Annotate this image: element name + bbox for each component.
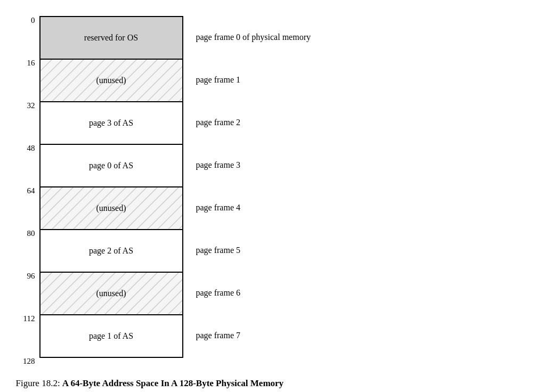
memory-block-2: page 3 of AS (40, 102, 182, 145)
y-label-96: 96 (27, 272, 36, 314)
memory-block-label-6: (unused) (96, 289, 126, 298)
y-axis: 0163248648096112128 (16, 16, 36, 368)
frame-label-0: page frame 0 of physical memory (196, 16, 345, 59)
frame-label-2: page frame 2 (196, 101, 345, 144)
memory-block-7: page 1 of AS (40, 315, 182, 358)
frame-label-1: page frame 1 (196, 59, 345, 101)
memory-block-label-7: page 1 of AS (89, 331, 133, 341)
memory-blocks: reserved for OS(unused)page 3 of ASpage … (39, 16, 183, 358)
caption-prefix: Figure 18.2: (16, 378, 62, 388)
memory-block-1: (unused) (40, 60, 182, 102)
y-label-112: 112 (23, 314, 36, 357)
frame-label-3: page frame 3 (196, 144, 345, 186)
memory-block-6: (unused) (40, 273, 182, 315)
diagram-body: 0163248648096112128 reserved for OS(unus… (16, 16, 345, 368)
memory-block-label-5: page 2 of AS (89, 246, 133, 256)
memory-block-label-0: reserved for OS (84, 33, 138, 43)
memory-block-0: reserved for OS (40, 17, 182, 60)
y-label-64: 64 (27, 186, 36, 229)
frame-label-7: page frame 7 (196, 314, 345, 357)
memory-block-label-4: (unused) (96, 203, 126, 213)
frame-labels-column: page frame 0 of physical memorypage fram… (196, 16, 345, 357)
caption-bold: A 64-Byte Address Space In A 128-Byte Ph… (62, 378, 283, 388)
memory-block-label-3: page 0 of AS (89, 161, 133, 170)
memory-block-label-2: page 3 of AS (89, 118, 133, 128)
y-label-16: 16 (27, 59, 36, 101)
figure-caption: Figure 18.2: A 64-Byte Address Space In … (16, 377, 284, 390)
y-label-32: 32 (27, 101, 36, 144)
frame-label-4: page frame 4 (196, 186, 345, 229)
memory-block-3: page 0 of AS (40, 145, 182, 187)
diagram-container: 0163248648096112128 reserved for OS(unus… (16, 16, 528, 390)
frame-label-6: page frame 6 (196, 272, 345, 314)
memory-block-5: page 2 of AS (40, 230, 182, 273)
y-label-48: 48 (27, 144, 36, 186)
y-label-128: 128 (23, 357, 36, 368)
frame-label-5: page frame 5 (196, 229, 345, 272)
y-label-80: 80 (27, 229, 36, 272)
memory-block-4: (unused) (40, 187, 182, 230)
y-label-0: 0 (31, 16, 36, 59)
memory-block-label-1: (unused) (96, 76, 126, 85)
